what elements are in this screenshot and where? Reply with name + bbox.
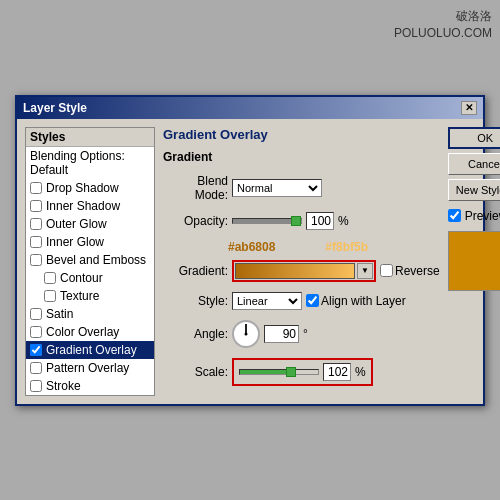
opacity-input[interactable] <box>306 212 334 230</box>
cancel-button[interactable]: Cancel <box>448 153 500 175</box>
opacity-slider[interactable] <box>232 218 302 224</box>
close-button[interactable]: ✕ <box>461 101 477 115</box>
angle-unit: ° <box>303 327 308 341</box>
blend-mode-select[interactable]: Normal Dissolve Multiply Screen Overlay <box>232 179 322 197</box>
ok-button[interactable]: OK <box>448 127 500 149</box>
right-panel: OK Cancel New Style... Preview <box>448 127 500 396</box>
preview-box <box>448 231 500 291</box>
layer-style-window: Layer Style ✕ Styles Blending Options: D… <box>15 95 485 406</box>
sidebar-item-pattern-overlay[interactable]: Pattern Overlay <box>26 359 154 377</box>
align-layer-checkbox[interactable] <box>306 294 319 307</box>
sidebar-item-drop-shadow[interactable]: Drop Shadow <box>26 179 154 197</box>
texture-checkbox[interactable] <box>44 290 56 302</box>
watermark-line1: 破洛洛 <box>394 8 492 25</box>
sidebar-item-stroke[interactable]: Stroke <box>26 377 154 395</box>
blend-mode-row: Blend Mode: Normal Dissolve Multiply Scr… <box>163 174 440 202</box>
angle-label: Angle: <box>163 327 228 341</box>
scale-unit: % <box>355 365 366 379</box>
styles-panel-title: Styles <box>26 128 154 147</box>
sidebar-item-inner-glow[interactable]: Inner Glow <box>26 233 154 251</box>
styles-panel: Styles Blending Options: Default Drop Sh… <box>25 127 155 396</box>
sidebar-item-satin[interactable]: Satin <box>26 305 154 323</box>
sidebar-item-texture[interactable]: Texture <box>26 287 154 305</box>
color-label-left: #ab6808 <box>228 240 275 254</box>
sidebar-item-outer-glow[interactable]: Outer Glow <box>26 215 154 233</box>
scale-slider[interactable] <box>239 369 319 375</box>
inner-shadow-checkbox[interactable] <box>30 200 42 212</box>
style-row: Style: Linear Radial Angle Reflected Dia… <box>163 292 440 310</box>
bevel-emboss-checkbox[interactable] <box>30 254 42 266</box>
style-select[interactable]: Linear Radial Angle Reflected Diamond <box>232 292 302 310</box>
watermark: 破洛洛 POLUOLUO.COM <box>394 8 492 42</box>
outer-glow-checkbox[interactable] <box>30 218 42 230</box>
new-style-button[interactable]: New Style... <box>448 179 500 201</box>
sidebar-item-contour[interactable]: Contour <box>26 269 154 287</box>
title-bar: Layer Style ✕ <box>17 97 483 119</box>
scale-bordered-container: % <box>232 358 373 386</box>
preview-label[interactable]: Preview <box>448 209 500 223</box>
pattern-overlay-checkbox[interactable] <box>30 362 42 374</box>
drop-shadow-checkbox[interactable] <box>30 182 42 194</box>
angle-row: Angle: ° <box>163 320 440 348</box>
style-label: Style: <box>163 294 228 308</box>
gradient-bar[interactable] <box>235 263 355 279</box>
opacity-label: Opacity: <box>163 214 228 228</box>
scale-input[interactable] <box>323 363 351 381</box>
contour-checkbox[interactable] <box>44 272 56 284</box>
window-body: Styles Blending Options: Default Drop Sh… <box>17 119 483 404</box>
gradient-overlay-checkbox[interactable] <box>30 344 42 356</box>
sidebar-item-color-overlay[interactable]: Color Overlay <box>26 323 154 341</box>
gradient-label: Gradient: <box>163 264 228 278</box>
stroke-checkbox[interactable] <box>30 380 42 392</box>
preview-checkbox[interactable] <box>448 209 461 222</box>
reverse-label[interactable]: Reverse <box>380 264 440 278</box>
gradient-bar-container[interactable]: ▼ <box>232 260 376 282</box>
sidebar-item-blending-options[interactable]: Blending Options: Default <box>26 147 154 179</box>
reverse-checkbox[interactable] <box>380 264 393 277</box>
watermark-line2: POLUOLUO.COM <box>394 25 492 42</box>
color-overlay-checkbox[interactable] <box>30 326 42 338</box>
svg-point-1 <box>245 332 248 335</box>
section-title: Gradient Overlay <box>163 127 440 142</box>
inner-glow-checkbox[interactable] <box>30 236 42 248</box>
color-label-right: #f8bf5b <box>325 240 368 254</box>
window-title: Layer Style <box>23 101 87 115</box>
align-layer-label[interactable]: Align with Layer <box>306 294 406 308</box>
angle-dial[interactable] <box>232 320 260 348</box>
sidebar-item-bevel-emboss[interactable]: Bevel and Emboss <box>26 251 154 269</box>
gradient-row: Gradient: ▼ Reverse <box>163 260 440 282</box>
opacity-row: Opacity: % <box>163 212 440 230</box>
sidebar-item-inner-shadow[interactable]: Inner Shadow <box>26 197 154 215</box>
color-labels-row: #ab6808 #f8bf5b <box>228 240 368 254</box>
satin-checkbox[interactable] <box>30 308 42 320</box>
gradient-dropdown-button[interactable]: ▼ <box>357 263 373 279</box>
subsection-title: Gradient <box>163 150 440 164</box>
blend-mode-label: Blend Mode: <box>163 174 228 202</box>
sidebar-item-gradient-overlay[interactable]: Gradient Overlay <box>26 341 154 359</box>
scale-label: Scale: <box>163 365 228 379</box>
main-panel: Gradient Overlay Gradient Blend Mode: No… <box>163 127 440 396</box>
angle-input[interactable] <box>264 325 299 343</box>
opacity-unit: % <box>338 214 349 228</box>
scale-row: Scale: % <box>163 358 440 386</box>
